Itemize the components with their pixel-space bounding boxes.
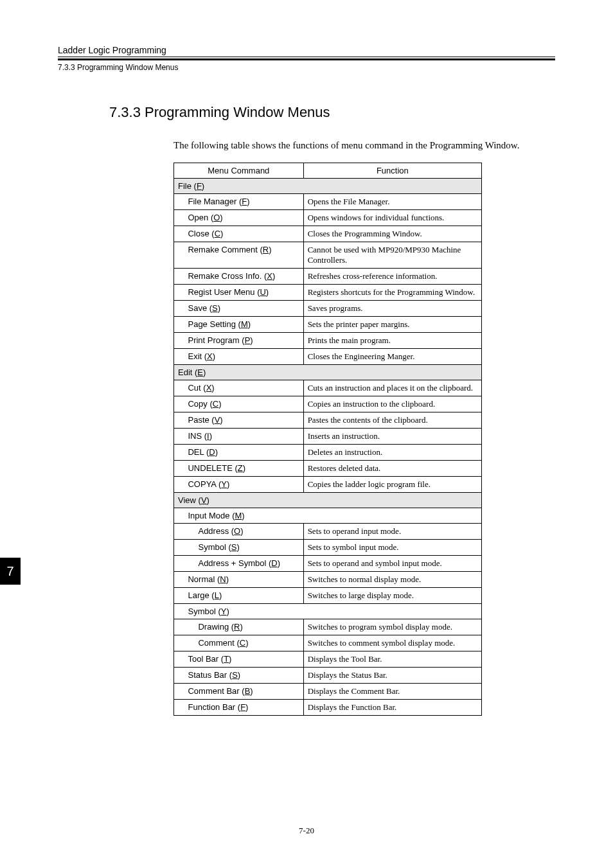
table-cmd-label: Drawing (R) [194,619,303,635]
table-func-cell: Opens the File Manager. [303,194,481,210]
table-row: Normal (N)Switches to normal display mod… [174,572,482,588]
table-cmd-label: Normal (N) [184,572,303,588]
table-func-cell: Pastes the contents of the clipboard. [303,412,481,429]
table-row: Address + Symbol (D)Sets to operand and … [174,556,482,572]
table-group-label: View (V) [174,493,482,508]
table-row: Comment Bar (B)Displays the Comment Bar. [174,684,482,700]
table-cmd-label: COPYA (Y) [184,477,303,493]
table-row: Symbol (S)Sets to symbol input mode. [174,540,482,556]
table-cmd-label: UNDELETE (Z) [184,461,303,477]
table-row: INS (I)Inserts an instruction. [174,429,482,445]
table-row: Drawing (R)Switches to program symbol di… [174,619,482,635]
table-func-cell: Cuts an instruction and places it on the… [303,380,481,396]
table-row: Input Mode (M) [174,508,482,524]
table-func-cell: Registers shortcuts for the Programming … [303,285,481,301]
table-row: Status Bar (S)Displays the Status Bar. [174,668,482,684]
table-cmd-label: Close (C) [184,226,303,242]
table-cmd-label: Comment (C) [194,635,303,651]
table-header-row: Menu Command Function [174,163,482,179]
table-func-cell: Inserts an instruction. [303,429,481,445]
table-func-cell: Sets to operand and symbol input mode. [303,556,481,572]
table-func-cell: Closes the Engineering Manger. [303,349,481,365]
table-row: Cut (X)Cuts an instruction and places it… [174,380,482,396]
table-row: DEL (D)Deletes an instruction. [174,445,482,461]
table-header-cmd: Menu Command [174,163,304,179]
table-func-cell: Switches to program symbol display mode. [303,619,481,635]
table-cmd-label: Large (L) [184,588,303,604]
table-row: Print Program (P)Prints the main program… [174,333,482,349]
table-func-cell: Displays the Status Bar. [303,668,481,684]
table-cmd-label: Copy (C) [184,396,303,412]
table-row: Paste (V)Pastes the contents of the clip… [174,412,482,429]
table-cmd-label: Cut (X) [184,380,303,396]
table-cmd-label: Page Setting (M) [184,317,303,333]
table-func-cell: Sets to operand input mode. [303,524,481,540]
table-cmd-label: Function Bar (F) [184,700,303,716]
table-cmd-label: Address (O) [194,524,303,540]
table-row: Tool Bar (T)Displays the Tool Bar. [174,651,482,668]
table-row: Copy (C)Copies an instruction to the cli… [174,396,482,412]
table-cmd-label: Symbol (S) [194,540,303,556]
table-cmd-label: Tool Bar (T) [184,651,303,668]
table-group-row: File (F) [174,179,482,194]
table-row: Close (C)Closes the Programming Window. [174,226,482,242]
table-func-cell: Displays the Tool Bar. [303,651,481,668]
table-func-cell: Switches to comment symbol display mode. [303,635,481,651]
page-number: 7-20 [0,826,613,836]
table-cmd-label: File Manager (F) [184,194,303,210]
table-cmd-label: Exit (X) [184,349,303,365]
table-func-cell: Displays the Comment Bar. [303,684,481,700]
header-section-ref: 7.3.3 Programming Window Menus [58,58,555,72]
table-row: COPYA (Y)Copies the ladder logic program… [174,477,482,493]
table-cmd-label: Save (S) [184,301,303,317]
table-row: Comment (C)Switches to comment symbol di… [174,635,482,651]
table-group-label: Edit (E) [174,365,482,380]
table-row: Remake Comment (R)Cannot be used with MP… [174,242,482,269]
table-cmd-label: Print Program (P) [184,333,303,349]
table-func-cell: Deletes an instruction. [303,445,481,461]
menu-command-table: Menu Command Function File (F)File Manag… [173,163,555,716]
table-row: Open (O)Opens windows for individual fun… [174,210,482,226]
table-subgroup-label: Input Mode (M) [184,508,481,524]
table-row: Remake Cross Info. (X)Refreshes cross-re… [174,269,482,285]
table-func-cell: Copies an instruction to the clipboard. [303,396,481,412]
table-func-cell: Cannot be used with MP920/MP930 Machine … [303,242,481,269]
header-chapter-title: Ladder Logic Programming [58,45,555,57]
table-row: Symbol (Y) [174,604,482,619]
table-cmd-label: Comment Bar (B) [184,684,303,700]
table-cmd-label: DEL (D) [184,445,303,461]
table-row: Exit (X)Closes the Engineering Manger. [174,349,482,365]
table-row: UNDELETE (Z)Restores deleted data. [174,461,482,477]
section-title: 7.3.3 Programming Window Menus [109,104,555,121]
table-header-func: Function [303,163,481,179]
table-func-cell: Refreshes cross-reference information. [303,269,481,285]
table-func-cell: Switches to large display mode. [303,588,481,604]
table-func-cell: Sets the printer paper margins. [303,317,481,333]
table-group-row: Edit (E) [174,365,482,380]
table-func-cell: Prints the main program. [303,333,481,349]
table-cmd-label: Status Bar (S) [184,668,303,684]
table-func-cell: Sets to symbol input mode. [303,540,481,556]
table-func-cell: Switches to normal display mode. [303,572,481,588]
table-row: Large (L)Switches to large display mode. [174,588,482,604]
table-row: Function Bar (F)Displays the Function Ba… [174,700,482,716]
chapter-tab: 7 [0,558,21,585]
table-func-cell: Restores deleted data. [303,461,481,477]
table-cmd-label: Paste (V) [184,412,303,429]
section-intro: The following table shows the functions … [173,140,555,151]
table-row: Page Setting (M)Sets the printer paper m… [174,317,482,333]
table-cmd-label: Address + Symbol (D) [194,556,303,572]
table-cmd-label: Open (O) [184,210,303,226]
table-func-cell: Opens windows for individual functions. [303,210,481,226]
table-func-cell: Copies the ladder logic program file. [303,477,481,493]
table-row: Save (S)Saves programs. [174,301,482,317]
table-subgroup-label: Symbol (Y) [184,604,481,619]
table-cmd-label: INS (I) [184,429,303,445]
table-row: File Manager (F)Opens the File Manager. [174,194,482,210]
table-cmd-label: Remake Cross Info. (X) [184,269,303,285]
table-func-cell: Saves programs. [303,301,481,317]
table-cmd-label: Remake Comment (R) [184,242,303,269]
table-func-cell: Displays the Function Bar. [303,700,481,716]
table-group-row: View (V) [174,493,482,508]
table-row: Regist User Menu (U)Registers shortcuts … [174,285,482,301]
